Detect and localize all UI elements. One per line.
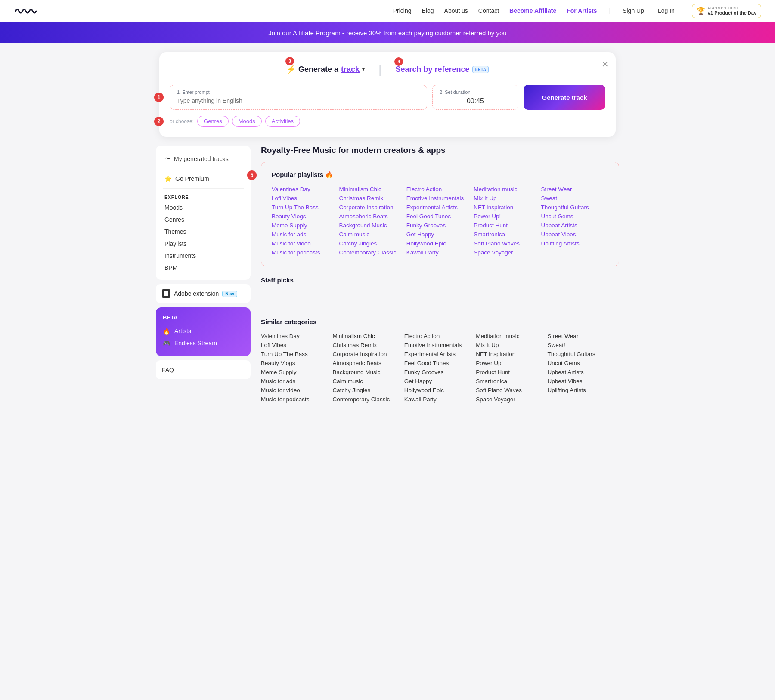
playlist-link[interactable]: Catchy Jingles — [339, 239, 406, 248]
similar-link[interactable]: Kawaii Party — [404, 395, 476, 404]
adobe-extension-item[interactable]: Adobe extension New — [156, 284, 251, 303]
similar-link[interactable]: Power Up! — [476, 359, 547, 368]
sidebar-item-bpm[interactable]: BPM — [163, 262, 244, 274]
nav-artists[interactable]: For Artists — [567, 7, 597, 14]
playlist-link[interactable]: Corporate Inspiration — [339, 203, 406, 212]
playlist-link[interactable]: Atmospheric Beats — [339, 212, 406, 221]
similar-link[interactable]: Atmospheric Beats — [332, 359, 404, 368]
similar-link[interactable]: Emotive Instrumentals — [404, 341, 476, 350]
playlist-link[interactable]: Calm music — [339, 230, 406, 239]
tab-generate[interactable]: 3 ⚡ Generate a track ▾ — [286, 65, 365, 74]
similar-link[interactable]: Corporate Inspiration — [332, 350, 404, 359]
nav-about[interactable]: About us — [444, 7, 468, 14]
similar-link[interactable]: Street Wear — [548, 331, 619, 341]
playlist-link[interactable]: Music for ads — [272, 230, 339, 239]
similar-link[interactable]: Calm music — [332, 377, 404, 386]
prompt-input[interactable] — [177, 97, 420, 104]
playlist-link[interactable]: Valentines Day — [272, 185, 339, 194]
similar-link[interactable]: Lofi Vibes — [261, 341, 332, 350]
playlist-link[interactable]: Feel Good Tunes — [406, 212, 474, 221]
nav-affiliate[interactable]: Become Affiliate — [509, 7, 556, 14]
playlist-link[interactable]: Turn Up The Bass — [272, 203, 339, 212]
nav-login[interactable]: Log In — [658, 7, 675, 14]
similar-link[interactable]: Contemporary Classic — [332, 395, 404, 404]
similar-link[interactable]: Valentines Day — [261, 331, 332, 341]
playlist-link[interactable]: Upbeat Artists — [541, 221, 608, 230]
playlist-link[interactable]: Experimental Artists — [406, 203, 474, 212]
playlist-link[interactable]: Christmas Remix — [339, 194, 406, 203]
nav-blog[interactable]: Blog — [422, 7, 434, 14]
playlist-link[interactable]: Minimalism Chic — [339, 185, 406, 194]
similar-link[interactable]: Electro Action — [404, 331, 476, 341]
similar-link[interactable]: Uncut Gems — [548, 359, 619, 368]
similar-link[interactable]: Soft Piano Waves — [476, 386, 547, 395]
similar-link[interactable]: Feel Good Tunes — [404, 359, 476, 368]
similar-link[interactable]: Meme Supply — [261, 368, 332, 377]
playlist-link[interactable]: Lofi Vibes — [272, 194, 339, 203]
playlist-link[interactable]: Smartronica — [474, 230, 541, 239]
similar-link[interactable]: Minimalism Chic — [332, 331, 404, 341]
similar-link[interactable]: Background Music — [332, 368, 404, 377]
affiliate-banner[interactable]: Join our Affiliate Program - receive 30%… — [0, 22, 775, 43]
playlist-link[interactable]: Street Wear — [541, 185, 608, 194]
close-button[interactable]: ✕ — [601, 59, 609, 69]
playlist-link[interactable]: Background Music — [339, 221, 406, 230]
playlist-link[interactable]: Thoughtful Guitars — [541, 203, 608, 212]
faq-label[interactable]: FAQ — [162, 366, 174, 373]
similar-link[interactable]: Catchy Jingles — [332, 386, 404, 395]
similar-link[interactable]: Upbeat Vibes — [548, 377, 619, 386]
similar-link[interactable]: NFT Inspiration — [476, 350, 547, 359]
playlist-link[interactable]: Meme Supply — [272, 221, 339, 230]
playlist-link[interactable]: Contemporary Classic — [339, 248, 406, 257]
playlist-link[interactable]: NFT Inspiration — [474, 203, 541, 212]
sidebar-item-moods[interactable]: Moods — [163, 201, 244, 214]
playlist-link[interactable]: Beauty Vlogs — [272, 212, 339, 221]
similar-link[interactable]: Music for video — [261, 386, 332, 395]
playlist-link[interactable]: Product Hunt — [474, 221, 541, 230]
sidebar-item-playlists[interactable]: Playlists — [163, 238, 244, 250]
nav-signup[interactable]: Sign Up — [623, 7, 644, 14]
playlist-link[interactable]: Uncut Gems — [541, 212, 608, 221]
similar-link[interactable]: Mix It Up — [476, 341, 547, 350]
similar-link[interactable]: Uplifting Artists — [548, 386, 619, 395]
beta-artists-item[interactable]: 🔥 Artists — [163, 325, 244, 337]
playlist-link[interactable]: Kawaii Party — [406, 248, 474, 257]
similar-link[interactable]: Beauty Vlogs — [261, 359, 332, 368]
my-tracks-item[interactable]: 〜 My generated tracks — [163, 152, 244, 166]
playlist-link[interactable]: Hollywood Epic — [406, 239, 474, 248]
playlist-link[interactable]: Music for video — [272, 239, 339, 248]
similar-link[interactable]: Music for ads — [261, 377, 332, 386]
similar-link[interactable]: Thoughtful Guitars — [548, 350, 619, 359]
beta-endless-item[interactable]: 🎮 Endless Stream — [163, 337, 244, 349]
generate-track-button[interactable]: Generate track — [524, 85, 605, 110]
nav-contact[interactable]: Contact — [478, 7, 499, 14]
playlist-link[interactable]: Power Up! — [474, 212, 541, 221]
logo[interactable] — [14, 5, 38, 17]
go-premium-item[interactable]: ⭐ Go Premium — [163, 172, 244, 186]
similar-link[interactable]: Funky Grooves — [404, 368, 476, 377]
similar-link[interactable]: Meditation music — [476, 331, 547, 341]
similar-link[interactable]: Upbeat Artists — [548, 368, 619, 377]
playlist-link[interactable]: Meditation music — [474, 185, 541, 194]
sidebar-item-instruments[interactable]: Instruments — [163, 250, 244, 262]
playlist-link[interactable]: Sweat! — [541, 194, 608, 203]
playlist-link[interactable]: Electro Action — [406, 185, 474, 194]
similar-link[interactable]: Sweat! — [548, 341, 619, 350]
sidebar-item-themes[interactable]: Themes — [163, 226, 244, 238]
similar-link[interactable]: Get Happy — [404, 377, 476, 386]
similar-link[interactable]: Turn Up The Bass — [261, 350, 332, 359]
activities-button[interactable]: Activities — [265, 116, 300, 127]
similar-link[interactable]: Space Voyager — [476, 395, 547, 404]
playlist-link[interactable]: Funky Grooves — [406, 221, 474, 230]
similar-link[interactable]: Product Hunt — [476, 368, 547, 377]
playlist-link[interactable]: Soft Piano Waves — [474, 239, 541, 248]
similar-link[interactable]: Music for podcasts — [261, 395, 332, 404]
playlist-link[interactable]: Emotive Instrumentals — [406, 194, 474, 203]
nav-pricing[interactable]: Pricing — [393, 7, 412, 14]
similar-link[interactable]: Hollywood Epic — [404, 386, 476, 395]
playlist-link[interactable]: Space Voyager — [474, 248, 541, 257]
similar-link[interactable]: Christmas Remix — [332, 341, 404, 350]
playlist-link[interactable]: Mix It Up — [474, 194, 541, 203]
genres-button[interactable]: Genres — [197, 116, 229, 127]
playlist-link[interactable]: Upbeat Vibes — [541, 230, 608, 239]
